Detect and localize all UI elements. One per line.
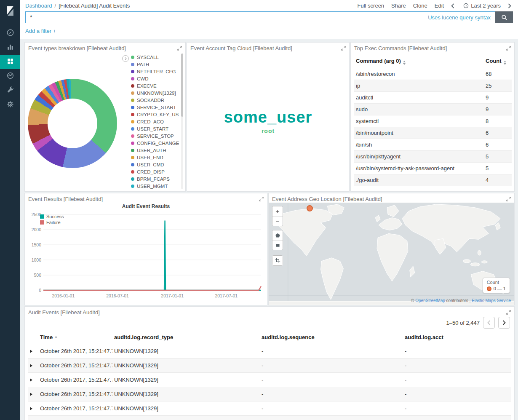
time-cell: October 26th 2017, 15:21:47.728 xyxy=(38,344,112,358)
map-controls: + − xyxy=(272,206,283,266)
expand-row-button[interactable] xyxy=(28,387,38,401)
count-cell: 5 xyxy=(484,151,512,163)
previous-page-button[interactable] xyxy=(483,317,495,329)
legend-item[interactable]: CRED_DISP xyxy=(131,168,179,175)
legend-item[interactable]: CRYPTO_KEY_USER xyxy=(131,111,179,118)
legend-scrollbar[interactable] xyxy=(181,54,183,189)
column-header-record-type[interactable]: auditd.log.record_type xyxy=(112,331,260,344)
table-row: /sbin/restorecon68 xyxy=(354,68,512,80)
legend-item[interactable]: EXECVE xyxy=(131,82,179,89)
sidebar-item-dashboard[interactable] xyxy=(0,55,20,69)
table-row: October 26th 2017, 15:21:47.728UNKNOWN[1… xyxy=(28,416,511,420)
expand-panel-icon[interactable] xyxy=(506,310,511,315)
breadcrumb-dashboard-link[interactable]: Dashboard xyxy=(25,3,52,9)
clone-button[interactable]: Clone xyxy=(413,3,427,9)
column-header-acct[interactable]: auditd.log.acct xyxy=(403,331,511,344)
legend-item[interactable]: USER_AUTH xyxy=(131,147,179,154)
expand-row-button[interactable] xyxy=(28,401,38,416)
svg-text:2016-07-01: 2016-07-01 xyxy=(106,293,129,298)
zoom-in-button[interactable]: + xyxy=(272,206,283,216)
sidebar-item-timelion[interactable] xyxy=(0,69,20,83)
legend-swatch xyxy=(131,77,134,80)
acct-cell: - xyxy=(403,358,511,373)
sidebar-item-visualize[interactable] xyxy=(0,40,20,55)
query-input[interactable] xyxy=(26,14,428,21)
bounding-box-button[interactable] xyxy=(272,256,283,265)
tagcloud-tag[interactable]: root xyxy=(262,128,275,134)
legend-item[interactable]: USER_MGMT xyxy=(131,182,179,190)
sort-icon xyxy=(403,61,406,65)
legend-swatch xyxy=(131,84,134,88)
time-back-button[interactable] xyxy=(451,3,456,9)
draw-rectangle-button[interactable] xyxy=(272,240,283,250)
legend-toggle-button[interactable] xyxy=(122,55,129,62)
legend-item[interactable]: USER_END xyxy=(131,154,179,161)
expand-panel-icon[interactable] xyxy=(177,46,182,51)
legend-dot-icon xyxy=(487,286,491,291)
legend-item[interactable]: CRYPTO_SESSION xyxy=(131,190,179,190)
legend-item[interactable]: CWD xyxy=(131,75,179,82)
world-map[interactable]: + − Count xyxy=(269,203,514,305)
search-button[interactable] xyxy=(495,11,513,23)
column-header-sequence[interactable]: auditd.log.sequence xyxy=(260,331,403,344)
pagination-toolbar: 1–50 of 2,447 xyxy=(25,316,514,331)
time-forward-button[interactable] xyxy=(508,3,513,9)
donut-chart[interactable] xyxy=(28,79,117,168)
legend-item[interactable]: SYSCALL xyxy=(131,54,179,61)
full-screen-button[interactable]: Full screen xyxy=(358,3,384,9)
sidebar-item-dev-tools[interactable] xyxy=(0,83,20,98)
record-type-cell: UNKNOWN[1329] xyxy=(112,358,260,373)
chart-title: Audit Event Results xyxy=(25,203,267,209)
add-filter-link[interactable]: Add a filter + xyxy=(25,28,56,34)
expand-panel-icon[interactable] xyxy=(506,197,511,201)
legend-item[interactable]: USER_START xyxy=(131,125,179,132)
legend-item[interactable]: SOCKADDR xyxy=(131,96,179,104)
legend-item[interactable]: NETFILTER_CFG xyxy=(131,68,179,75)
column-header-command[interactable]: Command (arg 0) xyxy=(354,55,484,68)
expand-row-button[interactable] xyxy=(28,373,38,387)
scrollbar-thumb[interactable] xyxy=(181,54,183,117)
column-header-count[interactable]: Count xyxy=(484,55,512,68)
chevron-left-icon xyxy=(487,320,491,325)
table-row: /bin/mountpoint6 xyxy=(354,127,512,139)
legend-item[interactable]: SERVICE_STOP xyxy=(131,132,179,139)
legend-item[interactable]: BPRM_FCAPS xyxy=(131,175,179,182)
next-page-button[interactable] xyxy=(498,317,510,329)
legend-item[interactable]: PATH xyxy=(131,61,179,68)
share-button[interactable]: Share xyxy=(391,3,406,9)
time-picker-button[interactable]: Last 2 years xyxy=(463,3,501,9)
line-chart[interactable]: 050010001500200025002016-01-012016-07-01… xyxy=(29,211,264,303)
table-row: /usr/bin/pkttyagent5 xyxy=(354,151,512,163)
expand-panel-icon[interactable] xyxy=(259,197,264,201)
expand-row-button[interactable] xyxy=(28,358,38,373)
legend-item[interactable]: CRED_ACQ xyxy=(131,118,179,125)
column-header-time[interactable]: Time xyxy=(38,331,112,344)
geo-point-marker[interactable] xyxy=(307,205,313,211)
expand-panel-icon[interactable] xyxy=(506,46,511,51)
panel-geo-map: Event Address Geo Location [Filebeat Aud… xyxy=(268,193,515,305)
zoom-controls: + − xyxy=(272,206,283,226)
kibana-logo[interactable] xyxy=(0,0,20,22)
draw-polygon-button[interactable] xyxy=(272,230,283,240)
sidebar-item-discover[interactable] xyxy=(0,26,20,40)
legend-swatch xyxy=(131,91,134,95)
sidebar-item-management[interactable] xyxy=(0,98,20,112)
expand-row-button[interactable] xyxy=(28,416,38,420)
legend-item[interactable]: USER_CMD xyxy=(131,161,179,168)
tagcloud-tag[interactable]: some_user xyxy=(224,109,312,125)
elastic-maps-link[interactable]: Elastic Maps Service xyxy=(472,298,511,303)
legend-item[interactable]: SERVICE_START xyxy=(131,104,179,111)
map-legend-range: 0 — 1 xyxy=(494,286,506,291)
series-legend-item[interactable]: Failure xyxy=(40,219,64,225)
series-legend-item[interactable]: Success xyxy=(40,214,64,219)
expand-row-button[interactable] xyxy=(28,344,38,358)
edit-button[interactable]: Edit xyxy=(435,3,444,9)
panel-tag-cloud: Event Account Tag Cloud [Filebeat Auditd… xyxy=(187,42,350,192)
legend-item[interactable]: CONFIG_CHANGE xyxy=(131,139,179,147)
record-type-cell: UNKNOWN[1329] xyxy=(112,387,260,401)
lucene-syntax-link[interactable]: Uses lucene query syntax xyxy=(428,14,491,21)
expand-panel-icon[interactable] xyxy=(341,46,346,51)
legend-item[interactable]: UNKNOWN[1329] xyxy=(131,89,179,96)
openstreetmap-link[interactable]: OpenStreetMap xyxy=(415,298,445,303)
zoom-out-button[interactable]: − xyxy=(272,216,283,226)
